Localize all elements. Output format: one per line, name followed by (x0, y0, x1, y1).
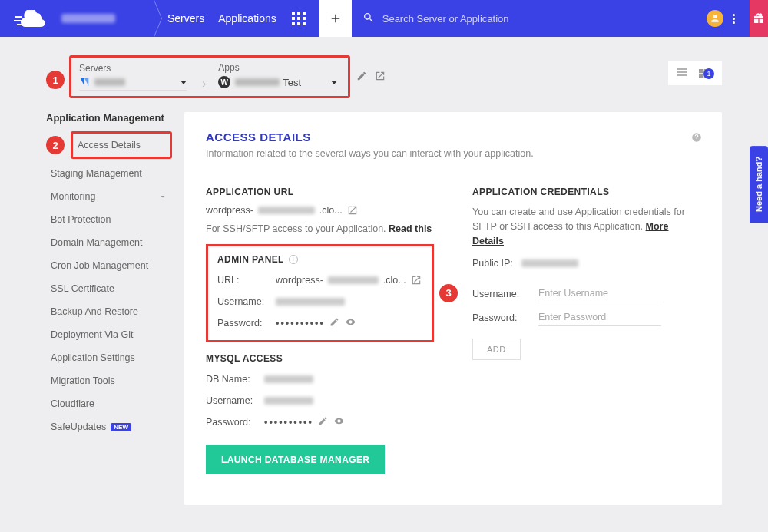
username-input[interactable] (538, 285, 661, 302)
breadcrumb-row: 1 Servers › Apps W Test 1 (0, 37, 768, 103)
mysql-title: MYSQL ACCESS (206, 353, 434, 364)
external-link-icon[interactable] (375, 71, 386, 84)
read-this-link[interactable]: Read this (389, 223, 432, 234)
password-input[interactable] (538, 309, 661, 326)
svg-rect-1 (14, 20, 22, 21)
credentials-title: APPLICATION CREDENTIALS (472, 187, 700, 197)
edit-icon[interactable] (356, 71, 367, 84)
search-input[interactable] (382, 13, 707, 25)
account-name-redacted (61, 14, 115, 23)
sidebar-item-cloudflare[interactable]: Cloudflare (46, 392, 172, 415)
server-name-redacted (94, 78, 125, 86)
new-badge: NEW (111, 423, 131, 431)
sidebar-title: Application Management (46, 112, 172, 124)
annotation-badge-2: 2 (46, 136, 65, 154)
more-menu-icon[interactable] (728, 14, 739, 24)
sidebar-item-access-details[interactable]: Access Details (73, 134, 170, 157)
app-url-value: wordpress-.clo... (206, 205, 434, 216)
sidebar-item-safeupdates[interactable]: SafeUpdatesNEW (46, 415, 172, 438)
nav-applications[interactable]: Applications (218, 12, 276, 25)
app-selector[interactable]: W Test (218, 76, 337, 91)
add-button[interactable] (319, 0, 352, 37)
sidebar-item-monitoring[interactable]: Monitoring (46, 185, 172, 208)
top-nav: Servers Applications (0, 0, 768, 37)
eye-icon[interactable] (334, 416, 344, 428)
svg-rect-0 (15, 16, 22, 18)
admin-password-row: Password: •••••••••• (217, 316, 422, 331)
gift-icon[interactable] (750, 0, 768, 37)
search-icon (362, 12, 375, 26)
panel-title: ACCESS DETAILS (206, 131, 700, 144)
breadcrumb-apps: Apps W Test (218, 62, 337, 91)
info-icon[interactable]: i (289, 255, 298, 264)
breadcrumb-apps-label: Apps (218, 62, 337, 73)
external-link-icon[interactable] (411, 275, 422, 286)
eye-icon[interactable] (346, 317, 356, 329)
mysql-db-row: DB Name: (206, 372, 434, 387)
sidebar-item-domain[interactable]: Domain Management (46, 231, 172, 254)
sidebar-item-settings[interactable]: Application Settings (46, 346, 172, 369)
edit-icon[interactable] (329, 317, 339, 329)
chevron-down-icon (158, 192, 167, 201)
svg-rect-2 (17, 24, 22, 25)
main-area: Application Management 2 Access Details … (0, 103, 768, 520)
panel-subtitle: Information related to the several ways … (206, 148, 700, 159)
annotation-badge-3: 3 (439, 284, 458, 302)
view-toggle: 1 (668, 61, 722, 85)
credentials-desc: You can create and use Application crede… (472, 205, 700, 248)
add-credential-button[interactable]: ADD (472, 339, 521, 360)
edit-icon[interactable] (318, 416, 328, 428)
chevron-down-icon (180, 81, 187, 84)
breadcrumb-servers-label: Servers (79, 63, 187, 74)
public-ip-row: Public IP: (472, 256, 700, 271)
provider-icon (79, 77, 90, 88)
app-url-title: APPLICATION URL (206, 187, 434, 197)
logo-area (0, 0, 154, 37)
wordpress-icon: W (218, 76, 230, 88)
help-tab[interactable]: Need a hand? (750, 146, 768, 223)
sidebar-item-staging[interactable]: Staging Management (46, 162, 172, 185)
content-panel: ACCESS DETAILS Information related to th… (184, 112, 722, 505)
sidebar-item-backup[interactable]: Backup And Restore (46, 300, 172, 323)
server-selector[interactable] (79, 77, 187, 91)
ssh-note: For SSH/SFTP access to your Application.… (206, 222, 434, 236)
sidebar-item-migration[interactable]: Migration Tools (46, 369, 172, 392)
right-column: APPLICATION CREDENTIALS You can create a… (472, 187, 700, 474)
admin-panel-title: ADMIN PANELi (217, 254, 422, 265)
cred-username-row: Username: (472, 285, 700, 302)
sidebar-item-bot[interactable]: Bot Protection (46, 208, 172, 231)
mysql-pass-row: Password:•••••••••• (206, 415, 434, 430)
help-icon[interactable] (691, 132, 702, 143)
sidebar-item-cron[interactable]: Cron Job Management (46, 254, 172, 277)
external-link-icon[interactable] (347, 205, 358, 216)
admin-username-row: Username: (217, 294, 422, 309)
nav-servers[interactable]: Servers (167, 12, 204, 25)
sidebar: Application Management 2 Access Details … (46, 112, 172, 438)
sidebar-item-git[interactable]: Deployment Via Git (46, 323, 172, 346)
breadcrumb-separator: › (202, 77, 206, 91)
mysql-user-row: Username: (206, 393, 434, 408)
left-column: APPLICATION URL wordpress-.clo... For SS… (206, 187, 434, 474)
avatar[interactable] (707, 10, 723, 27)
list-view-icon[interactable] (676, 66, 688, 81)
view-count-badge: 1 (703, 68, 714, 79)
admin-url-row: URL: wordpress-.clo... (217, 273, 422, 288)
cloud-logo-icon[interactable] (14, 10, 46, 27)
grid-view-icon[interactable]: 1 (697, 68, 714, 80)
sidebar-item-ssl[interactable]: SSL Certificate (46, 277, 172, 300)
launch-db-manager-button[interactable]: LAUNCH DATABASE MANAGER (206, 445, 385, 474)
chevron-down-icon (331, 81, 337, 84)
breadcrumb-servers: Servers (79, 63, 187, 91)
search-area (352, 10, 750, 27)
nav-links: Servers Applications (154, 0, 319, 37)
grid-menu-icon[interactable] (292, 12, 306, 25)
app-name-suffix: Test (283, 77, 301, 88)
cred-password-row: Password: (472, 309, 700, 326)
annotation-badge-1: 1 (46, 71, 65, 89)
breadcrumb-actions (356, 71, 386, 84)
breadcrumb-highlight: Servers › Apps W Test (69, 55, 350, 98)
admin-panel-highlight: 3 ADMIN PANELi URL: wordpress-.clo... Us… (206, 244, 434, 342)
app-name-redacted (235, 78, 280, 86)
